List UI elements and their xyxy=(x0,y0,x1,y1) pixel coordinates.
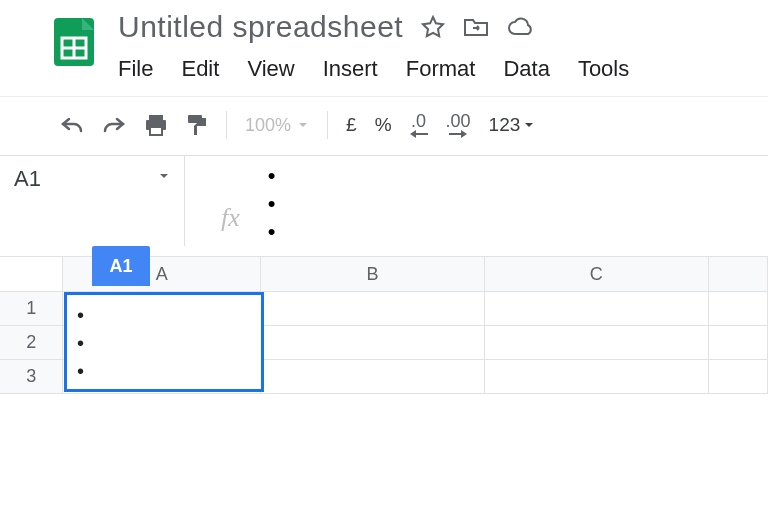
decrease-decimal-button[interactable]: .0 xyxy=(410,112,428,138)
spreadsheet-grid: A1 A B C 1 2 3 • • • xyxy=(0,256,768,394)
menu-data[interactable]: Data xyxy=(503,56,549,82)
increase-decimal-button[interactable]: .00 xyxy=(446,112,471,138)
percent-button[interactable]: % xyxy=(375,114,392,136)
move-to-folder-icon[interactable] xyxy=(463,16,489,38)
name-box-value: A1 xyxy=(14,166,41,192)
cell[interactable] xyxy=(709,360,768,394)
name-box[interactable]: A1 xyxy=(0,156,185,246)
menu-file[interactable]: File xyxy=(118,56,153,82)
menu-edit[interactable]: Edit xyxy=(181,56,219,82)
menu-insert[interactable]: Insert xyxy=(323,56,378,82)
cell-b2[interactable] xyxy=(261,326,485,360)
column-header-b[interactable]: B xyxy=(261,256,485,292)
sheets-logo-icon xyxy=(48,16,100,68)
formula-bar-value[interactable]: • • • xyxy=(268,156,276,246)
chevron-down-icon xyxy=(158,170,170,182)
svg-rect-6 xyxy=(150,127,162,135)
column-header[interactable] xyxy=(709,256,768,292)
undo-icon[interactable] xyxy=(60,115,84,135)
cell-c3[interactable] xyxy=(485,360,709,394)
svg-rect-4 xyxy=(149,115,163,120)
zoom-dropdown[interactable]: 100% xyxy=(245,115,309,136)
star-icon[interactable] xyxy=(421,15,445,39)
toolbar: 100% £ % .0 .00 123 xyxy=(0,111,768,139)
active-cell-overlay[interactable]: • • • xyxy=(64,292,264,392)
cell-c1[interactable] xyxy=(485,292,709,326)
cell-c2[interactable] xyxy=(485,326,709,360)
row-header-1[interactable]: 1 xyxy=(0,292,63,326)
toolbar-separator xyxy=(226,111,227,139)
currency-button[interactable]: £ xyxy=(346,114,357,136)
cell-b3[interactable] xyxy=(261,360,485,394)
cell-b1[interactable] xyxy=(261,292,485,326)
toolbar-separator xyxy=(327,111,328,139)
paint-format-icon[interactable] xyxy=(186,113,208,137)
active-cell-tab: A1 xyxy=(92,246,150,286)
more-formats-button[interactable]: 123 xyxy=(489,114,535,136)
column-header-c[interactable]: C xyxy=(485,256,709,292)
header: Untitled spreadsheet File Edit View Inse… xyxy=(0,0,768,82)
menu-bar: File Edit View Insert Format Data Tools xyxy=(118,56,768,82)
fx-label: fx xyxy=(221,169,240,233)
menu-format[interactable]: Format xyxy=(406,56,476,82)
menu-tools[interactable]: Tools xyxy=(578,56,629,82)
print-icon[interactable] xyxy=(144,114,168,136)
menu-view[interactable]: View xyxy=(247,56,294,82)
cell[interactable] xyxy=(709,292,768,326)
redo-icon[interactable] xyxy=(102,115,126,135)
row-header-2[interactable]: 2 xyxy=(0,326,63,360)
select-all-corner[interactable] xyxy=(0,256,63,292)
cloud-saved-icon[interactable] xyxy=(507,17,535,37)
formula-bar[interactable]: fx • • • xyxy=(185,156,275,246)
row-header-3[interactable]: 3 xyxy=(0,360,63,394)
doc-title[interactable]: Untitled spreadsheet xyxy=(118,10,403,44)
cell[interactable] xyxy=(709,326,768,360)
